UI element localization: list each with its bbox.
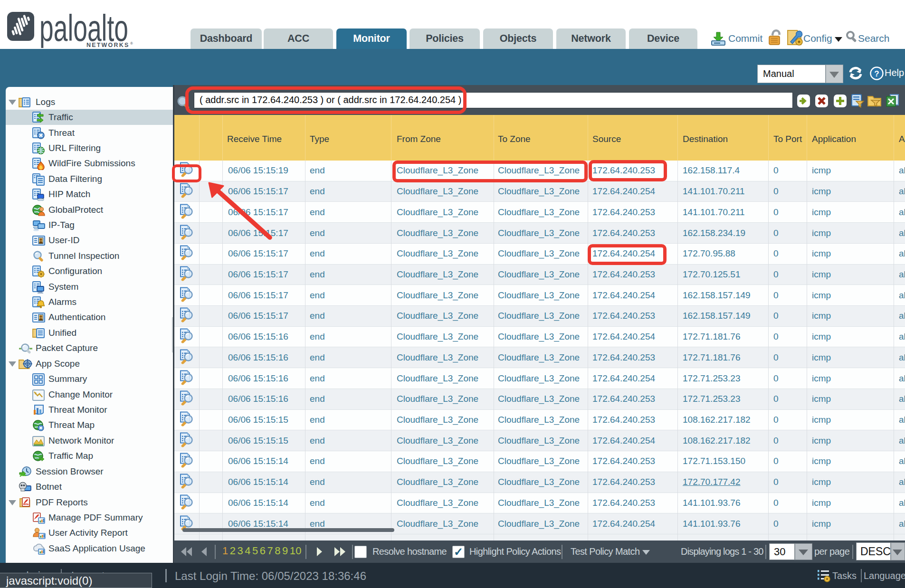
svg-text:NETWORKS: NETWORKS xyxy=(86,42,130,48)
svg-text:?: ? xyxy=(874,69,879,78)
svg-text:®: ® xyxy=(130,41,133,46)
